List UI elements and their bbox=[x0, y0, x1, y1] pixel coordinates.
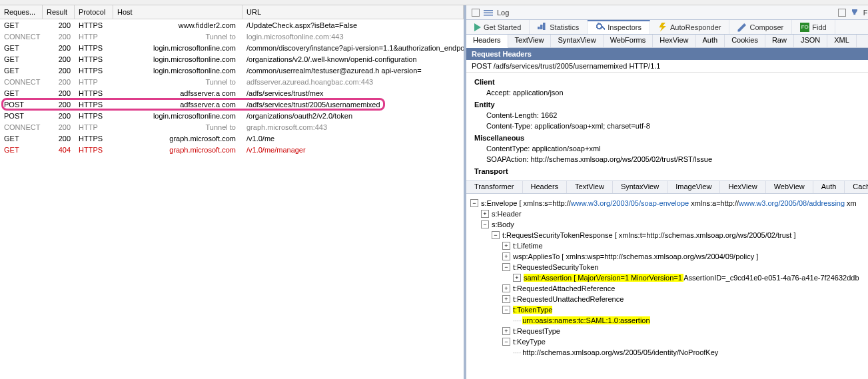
col-header-url[interactable]: URL bbox=[242, 5, 464, 19]
tree-toggle-icon[interactable]: − bbox=[481, 220, 489, 228]
header-kv: Content-Length: 1662 bbox=[474, 110, 868, 121]
xml-node[interactable]: +s:Header bbox=[470, 208, 868, 219]
tab-get-started[interactable]: Get Started bbox=[466, 20, 530, 34]
table-row[interactable]: CONNECT200HTTPTunnel tograph.microsoft.c… bbox=[0, 121, 464, 133]
table-row[interactable]: CONNECT200HTTPTunnel toadfsserver.azurea… bbox=[0, 76, 464, 87]
tree-toggle-icon[interactable]: − bbox=[470, 199, 478, 207]
tab-composer[interactable]: Composer bbox=[729, 20, 792, 34]
resptab-transformer[interactable]: Transformer bbox=[466, 181, 523, 193]
resptab-textview[interactable]: TextView bbox=[567, 181, 613, 193]
resptab-imageview[interactable]: ImageView bbox=[667, 181, 720, 193]
xml-node[interactable]: +t:RequestedUnattachedReference bbox=[470, 294, 868, 304]
subtab-cookies[interactable]: Cookies bbox=[725, 35, 765, 47]
tree-toggle-icon[interactable]: + bbox=[502, 252, 510, 260]
col-header-protocol[interactable]: Protocol bbox=[75, 5, 113, 19]
fo-icon: FO bbox=[800, 23, 809, 32]
subtab-syntaxview[interactable]: SyntaxView bbox=[551, 35, 603, 47]
resptab-syntaxview[interactable]: SyntaxView bbox=[613, 181, 667, 193]
resptab-caching[interactable]: Caching bbox=[845, 181, 868, 193]
xml-node[interactable]: +saml:Assertion [ MajorVersion=1 MinorVe… bbox=[470, 272, 868, 283]
table-row[interactable]: GET200HTTPSgraph.microsoft.com/v1.0/me bbox=[0, 133, 464, 144]
subtab-xml[interactable]: XML bbox=[827, 35, 857, 47]
header-group: Entity bbox=[474, 99, 868, 110]
xml-node[interactable]: +t:Lifetime bbox=[470, 240, 868, 251]
header-kv: SOAPAction: http://schemas.xmlsoap.org/w… bbox=[474, 154, 868, 165]
header-kv: ContentType: application/soap+xml bbox=[474, 143, 868, 154]
header-group: Client bbox=[474, 77, 868, 87]
table-row[interactable]: POST200HTTPSlogin.microsoftonline.com/or… bbox=[0, 110, 464, 121]
xml-node[interactable]: −t:RequestedSecurityToken bbox=[470, 262, 868, 272]
xml-node[interactable]: +t:RequestedAttachedReference bbox=[470, 283, 868, 294]
tree-toggle-icon[interactable]: + bbox=[513, 274, 521, 282]
xml-node[interactable]: ····urn:oasis:names:tc:SAML:1.0:assertio… bbox=[470, 315, 868, 326]
tab-inspectors[interactable]: Inspectors bbox=[588, 20, 650, 34]
table-row[interactable]: GET404HTTPSgraph.microsoft.com/v1.0/me/m… bbox=[0, 144, 464, 155]
tree-toggle-icon[interactable]: − bbox=[502, 306, 510, 314]
table-row[interactable]: GET200HTTPSwww.fiddler2.com/UpdateCheck.… bbox=[0, 19, 464, 31]
right-toolbar: Log Filters bbox=[466, 5, 868, 20]
xml-tree[interactable]: −s:Envelope [ xmlns:s=http://www.w3.org/… bbox=[466, 194, 868, 379]
subtab-json[interactable]: JSON bbox=[794, 35, 827, 47]
table-row[interactable]: GET200HTTPSlogin.microsoftonline.com/org… bbox=[0, 53, 464, 65]
grid-body[interactable]: GET200HTTPSwww.fiddler2.com/UpdateCheck.… bbox=[0, 19, 464, 379]
resptab-auth[interactable]: Auth bbox=[813, 181, 845, 193]
header-group: Miscellaneous bbox=[474, 133, 868, 143]
header-group: Transport bbox=[474, 166, 868, 177]
request-headers-title: Request Headers bbox=[466, 48, 868, 60]
tree-toggle-icon[interactable]: + bbox=[502, 242, 510, 250]
header-kv: Accept: application/json bbox=[474, 87, 868, 98]
tree-toggle-icon[interactable]: − bbox=[502, 263, 510, 271]
table-row[interactable]: GET200HTTPSlogin.microsoftonline.com/com… bbox=[0, 42, 464, 53]
log-icon bbox=[484, 8, 493, 17]
xml-node[interactable]: −t:TokenType bbox=[470, 304, 868, 315]
chart-icon bbox=[538, 23, 547, 32]
sessions-pane: Reques... Result Protocol Host URL GET20… bbox=[0, 5, 466, 379]
tree-toggle-icon[interactable]: − bbox=[502, 338, 510, 346]
tab-autoresponder[interactable]: AutoResponder bbox=[650, 20, 729, 34]
xml-node[interactable]: ····http://schemas.xmlsoap.org/ws/2005/0… bbox=[470, 347, 868, 358]
request-line: POST /adfs/services/trust/2005/usernamem… bbox=[466, 60, 868, 73]
thunder-icon bbox=[658, 23, 667, 32]
tab-statistics[interactable]: Statistics bbox=[530, 20, 588, 34]
header-kv: Content-Type: application/soap+xml; char… bbox=[474, 121, 868, 131]
xml-node[interactable]: −t:KeyType bbox=[470, 336, 868, 347]
col-header-result[interactable]: Result bbox=[43, 5, 75, 19]
request-subtabs: HeadersTextViewSyntaxViewWebFormsHexView… bbox=[466, 35, 868, 48]
table-row[interactable]: POST200HTTPSadfsserver.a com/adfs/servic… bbox=[0, 99, 464, 110]
table-row[interactable]: CONNECT200HTTPTunnel tologin.microsofton… bbox=[0, 31, 464, 42]
xml-node[interactable]: −s:Envelope [ xmlns:s=http://www.w3.org/… bbox=[470, 198, 868, 208]
subtab-headers[interactable]: Headers bbox=[466, 35, 508, 48]
tree-toggle-icon[interactable]: + bbox=[502, 295, 510, 303]
compose-icon bbox=[737, 23, 747, 32]
response-subtabs: TransformerHeadersTextViewSyntaxViewImag… bbox=[466, 181, 868, 194]
subtab-hexview[interactable]: HexView bbox=[653, 35, 695, 47]
log-toggle[interactable]: Log bbox=[472, 8, 509, 17]
tree-toggle-icon[interactable]: + bbox=[502, 327, 510, 335]
subtab-auth[interactable]: Auth bbox=[696, 35, 725, 47]
xml-node[interactable]: +t:RequestType bbox=[470, 326, 868, 336]
col-header-host[interactable]: Host bbox=[113, 5, 242, 19]
xml-node[interactable]: +wsp:AppliesTo [ xmlns:wsp=http://schema… bbox=[470, 251, 868, 262]
resptab-headers[interactable]: Headers bbox=[523, 181, 568, 193]
table-row[interactable]: GET200HTTPSlogin.microsoftonline.com/com… bbox=[0, 65, 464, 76]
filter-icon bbox=[850, 8, 859, 17]
filters-toggle[interactable]: Filters bbox=[838, 8, 868, 17]
top-toolbar bbox=[0, 0, 868, 5]
tab-fidd[interactable]: FOFidd bbox=[792, 20, 835, 34]
subtab-webforms[interactable]: WebForms bbox=[604, 35, 653, 47]
resptab-webview[interactable]: WebView bbox=[766, 181, 813, 193]
tree-toggle-icon[interactable]: + bbox=[502, 284, 510, 292]
tree-toggle-icon[interactable]: + bbox=[481, 210, 489, 218]
table-row[interactable]: GET200HTTPSadfsserver.a com/adfs/service… bbox=[0, 87, 464, 99]
tree-toggle-icon[interactable]: − bbox=[492, 231, 500, 239]
subtab-textview[interactable]: TextView bbox=[508, 35, 552, 47]
resptab-hexview[interactable]: HexView bbox=[720, 181, 765, 193]
xml-node[interactable]: −s:Body bbox=[470, 219, 868, 230]
col-header-request[interactable]: Reques... bbox=[0, 5, 43, 19]
main-tabs: Get StartedStatisticsInspectorsAutoRespo… bbox=[466, 20, 868, 35]
inspector-pane: Log Filters Get StartedStatisticsInspect… bbox=[466, 5, 868, 379]
subtab-raw[interactable]: Raw bbox=[765, 35, 794, 47]
headers-list: ClientAccept: application/jsonEntityCont… bbox=[466, 73, 868, 181]
play-icon bbox=[474, 23, 481, 31]
xml-node[interactable]: −t:RequestSecurityTokenResponse [ xmlns:… bbox=[470, 230, 868, 240]
